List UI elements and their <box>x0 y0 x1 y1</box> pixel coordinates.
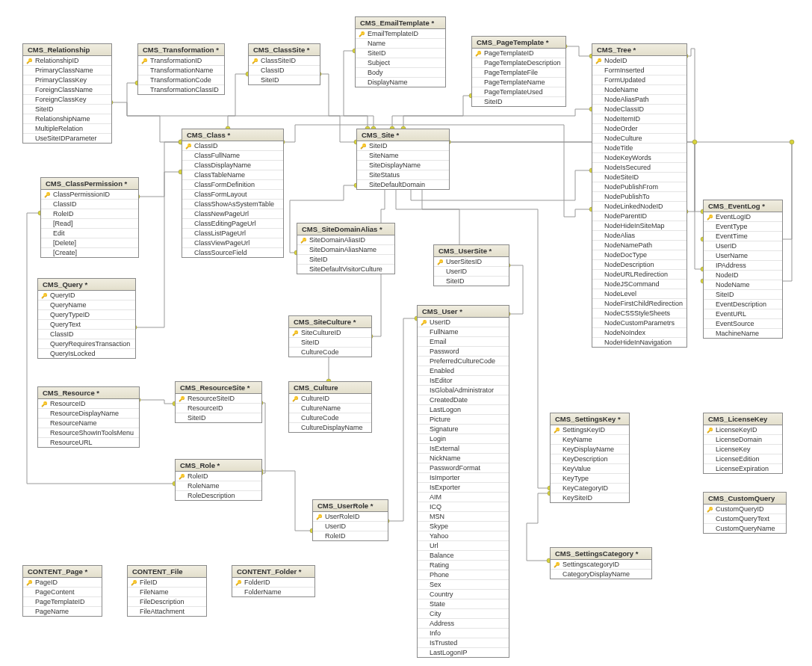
field-row[interactable]: NodeIsSecured <box>592 163 687 173</box>
field-row[interactable]: SiteCultureID <box>289 328 371 338</box>
entity-title[interactable]: CMS_Site * <box>357 129 449 141</box>
field-row[interactable]: ClassFormDefinition <box>182 180 283 190</box>
field-row[interactable]: UserSitesID <box>434 257 509 267</box>
field-row[interactable]: LicenseKeyID <box>704 425 782 435</box>
field-row[interactable]: ClassShowAsSystemTable <box>182 200 283 209</box>
field-row[interactable]: Info <box>418 629 509 638</box>
entity-CONTENT_Page[interactable]: CONTENT_Page *PageIDPageContentPageTempl… <box>22 565 102 617</box>
field-row[interactable]: CultureID <box>289 394 371 404</box>
field-row[interactable]: NodeAlias <box>592 231 687 241</box>
entity-CMS_Tree[interactable]: CMS_Tree *NodeIDFormInsertedFormUpdatedN… <box>592 43 687 348</box>
field-row[interactable]: NodeDocType <box>592 250 687 260</box>
field-row[interactable]: ClassSiteID <box>249 56 320 66</box>
entity-CMS_ClassPermission[interactable]: CMS_ClassPermission *ClassPermissionIDCl… <box>40 177 139 258</box>
field-row[interactable]: KeyValue <box>551 464 629 474</box>
field-row[interactable]: NodeFirstChildRedirection <box>592 299 687 309</box>
entity-CMS_Query[interactable]: CMS_Query *QueryIDQueryNameQueryTypeIDQu… <box>37 278 136 359</box>
field-row[interactable]: SiteDefaultVisitorCulture <box>297 265 394 274</box>
entity-title[interactable]: CMS_User * <box>418 306 509 318</box>
field-row[interactable]: RoleDescription <box>176 491 261 500</box>
field-row[interactable]: NodeJSCommand <box>592 280 687 289</box>
field-row[interactable]: UseSiteIDParameter <box>23 134 111 143</box>
field-row[interactable]: Yahoo <box>418 531 509 541</box>
field-row[interactable]: TransformationName <box>138 66 224 75</box>
entity-title[interactable]: CMS_Role * <box>176 460 261 472</box>
field-row[interactable]: CustomQueryText <box>704 514 786 524</box>
field-row[interactable]: EventURL <box>704 309 782 319</box>
field-row[interactable]: UserName <box>704 251 782 261</box>
field-row[interactable]: PrimaryClassName <box>23 66 111 75</box>
field-row[interactable]: MachineName <box>704 329 782 338</box>
field-row[interactable]: ICQ <box>418 502 509 512</box>
field-row[interactable]: Password <box>418 347 509 357</box>
field-row[interactable]: PasswordFormat <box>418 463 509 473</box>
field-row[interactable]: LicenseExpiration <box>704 464 782 473</box>
field-row[interactable]: ClassListPageUrl <box>182 229 283 238</box>
field-row[interactable]: FormUpdated <box>592 75 687 85</box>
entity-title[interactable]: CMS_PageTemplate * <box>472 37 565 49</box>
entity-title[interactable]: CMS_EmailTemplate * <box>356 17 445 29</box>
field-row[interactable]: CategoryDisplayName <box>551 570 651 579</box>
field-row[interactable]: ClassID <box>38 330 135 339</box>
entity-title[interactable]: CMS_Culture <box>289 382 371 394</box>
entity-CMS_EventLog[interactable]: CMS_EventLog *EventLogIDEventTypeEventTi… <box>703 200 783 339</box>
field-row[interactable]: ResourceShowInToolsMenu <box>38 428 139 438</box>
field-row[interactable]: NodeAliasPath <box>592 95 687 105</box>
entity-CMS_User[interactable]: CMS_User *UserIDFullNameEmailPasswordPre… <box>417 305 509 658</box>
entity-title[interactable]: CMS_SettingsCategory * <box>551 548 651 560</box>
field-row[interactable]: CultureName <box>289 404 371 413</box>
field-row[interactable]: AIM <box>418 493 509 502</box>
field-row[interactable]: EventTime <box>704 232 782 241</box>
field-row[interactable]: QueryName <box>38 300 135 310</box>
field-row[interactable]: UserRoleID <box>313 512 388 522</box>
field-row[interactable]: NodeName <box>704 280 782 290</box>
entity-CMS_SiteCulture[interactable]: CMS_SiteCulture *SiteCultureIDSiteIDCult… <box>288 315 372 357</box>
field-row[interactable]: LastLogon <box>418 405 509 415</box>
field-row[interactable]: Country <box>418 590 509 599</box>
field-row[interactable]: CreatedDate <box>418 395 509 405</box>
field-row[interactable]: NodeName <box>592 85 687 95</box>
entity-CMS_Class[interactable]: CMS_Class *ClassIDClassFullNameClassDisp… <box>182 129 284 258</box>
field-row[interactable]: SiteID <box>297 255 394 265</box>
field-row[interactable]: ClassID <box>182 141 283 151</box>
field-row[interactable]: Phone <box>418 570 509 580</box>
field-row[interactable]: ClassViewPageUrl <box>182 238 283 248</box>
field-row[interactable]: EventSource <box>704 319 782 329</box>
field-row[interactable]: Edit <box>41 229 138 238</box>
entity-CMS_EmailTemplate[interactable]: CMS_EmailTemplate *EmailTemplateIDNameSi… <box>355 16 446 87</box>
field-row[interactable]: SiteDomainAliasName <box>297 245 394 255</box>
field-row[interactable]: DisplayName <box>356 78 445 87</box>
field-row[interactable]: ResourceDisplayName <box>38 409 139 419</box>
field-row[interactable]: KeyName <box>551 435 629 445</box>
field-row[interactable]: Body <box>356 68 445 78</box>
field-row[interactable]: SiteID <box>704 290 782 300</box>
field-row[interactable]: NodeNamePath <box>592 241 687 250</box>
field-row[interactable]: CustomQueryName <box>704 524 786 533</box>
field-row[interactable]: NodeLinkedNodeID <box>592 202 687 212</box>
field-row[interactable]: ResourceURL <box>38 438 139 447</box>
field-row[interactable]: Skype <box>418 522 509 531</box>
entity-title[interactable]: CONTENT_Folder * <box>232 566 314 578</box>
entity-title[interactable]: CMS_Transformation * <box>138 44 224 56</box>
field-row[interactable]: NodeKeyWords <box>592 153 687 163</box>
entity-CMS_Transformation[interactable]: CMS_Transformation *TransformationIDTran… <box>137 43 225 95</box>
field-row[interactable]: TransformationID <box>138 56 224 66</box>
field-row[interactable]: FileAttachment <box>128 607 206 616</box>
field-row[interactable]: FolderID <box>232 578 314 588</box>
entity-CMS_PageTemplate[interactable]: CMS_PageTemplate *PageTemplateIDPageTemp… <box>471 36 566 107</box>
field-row[interactable]: KeyCategoryID <box>551 484 629 493</box>
field-row[interactable]: NodeURLRedirection <box>592 270 687 280</box>
field-row[interactable]: NodeCSSStyleSheets <box>592 309 687 318</box>
field-row[interactable]: SiteID <box>176 413 261 422</box>
field-row[interactable]: Address <box>418 619 509 629</box>
field-row[interactable]: RoleID <box>313 531 388 540</box>
field-row[interactable]: Rating <box>418 561 509 570</box>
entity-title[interactable]: CMS_ClassPermission * <box>41 178 138 190</box>
entity-title[interactable]: CMS_Resource * <box>38 387 139 399</box>
field-row[interactable]: City <box>418 609 509 619</box>
field-row[interactable]: ClassDisplayName <box>182 161 283 170</box>
field-row[interactable]: CultureCode <box>289 413 371 423</box>
entity-title[interactable]: CMS_Tree * <box>592 44 687 56</box>
field-row[interactable]: SiteID <box>472 97 565 106</box>
field-row[interactable]: State <box>418 599 509 609</box>
